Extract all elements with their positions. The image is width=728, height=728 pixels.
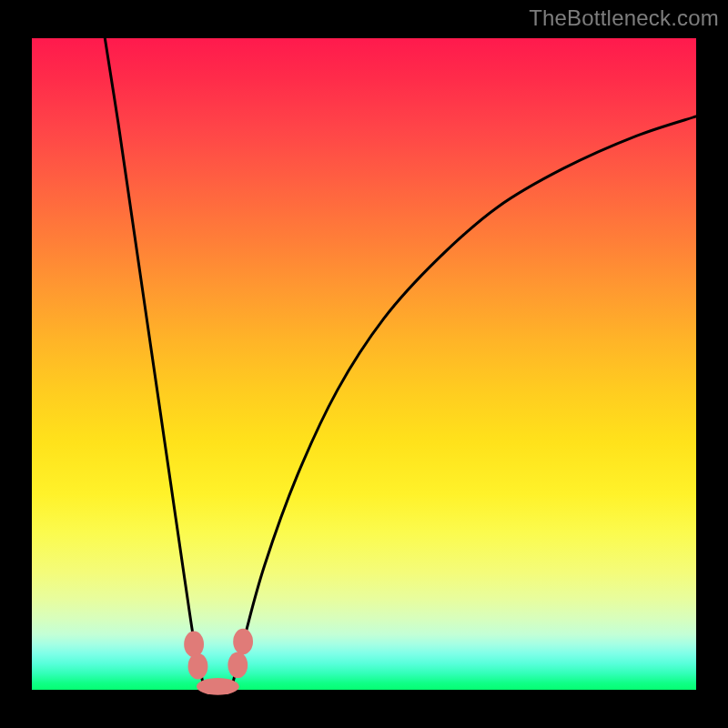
highlight-left-marker-upper [184, 632, 204, 658]
watermark-text: TheBottleneck.com [529, 5, 719, 31]
highlight-left-marker-lower [188, 653, 208, 680]
plot-area [32, 38, 696, 690]
highlight-markers [184, 629, 253, 695]
curve-layer [32, 38, 696, 690]
bottleneck-curve-left [105, 38, 205, 690]
chart-frame: TheBottleneck.com [0, 0, 728, 728]
highlight-right-marker-lower [228, 652, 248, 679]
highlight-bottom-marker [197, 678, 239, 695]
bottleneck-curve-right [231, 116, 696, 690]
highlight-right-marker-upper [233, 629, 253, 655]
